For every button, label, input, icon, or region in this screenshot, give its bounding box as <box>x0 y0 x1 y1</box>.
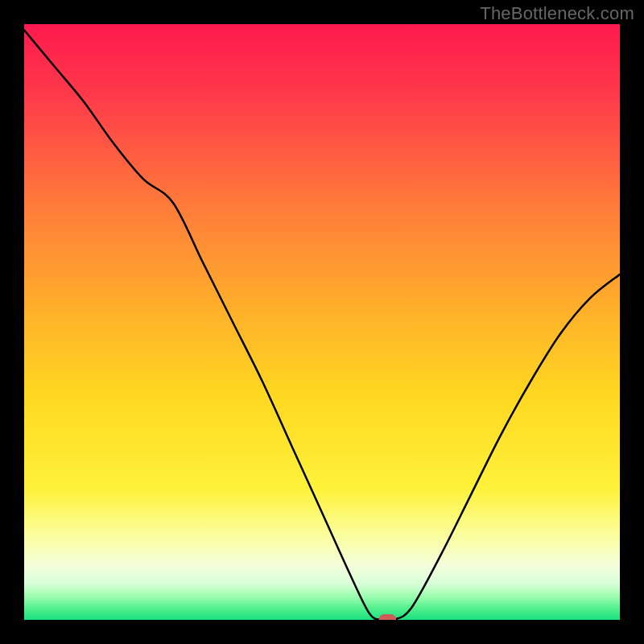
plot-area <box>24 24 620 620</box>
chart-svg <box>24 24 620 620</box>
chart-frame: TheBottleneck.com <box>0 0 644 644</box>
watermark-text: TheBottleneck.com <box>480 3 634 24</box>
gradient-background <box>24 24 620 620</box>
